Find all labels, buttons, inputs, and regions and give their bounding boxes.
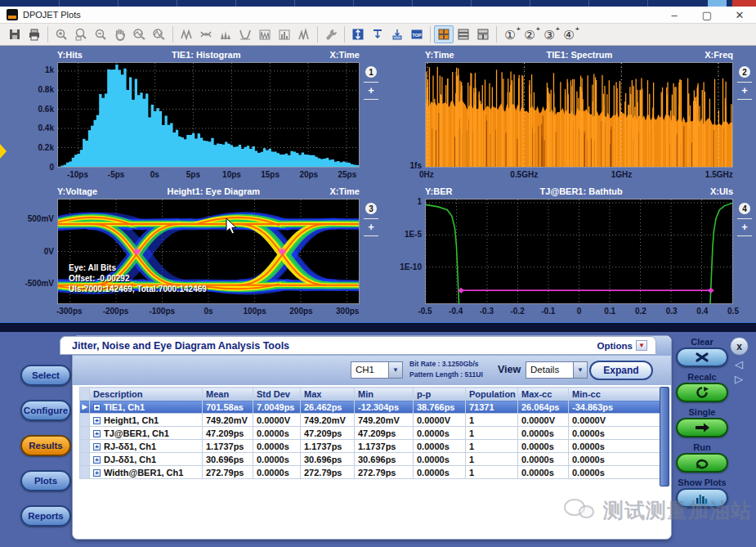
column-header[interactable]: Min [355,388,414,401]
cursor-a-icon[interactable] [130,25,150,43]
y-tick-label: 1 [386,197,422,206]
row-expander-icon[interactable]: + [93,469,101,477]
plot-badge-column: 1+ [362,66,380,104]
plot3-icon[interactable]: ③+ [539,25,559,43]
cursor-b-icon[interactable] [150,25,169,43]
waveform-plot-icon[interactable] [177,25,196,43]
window-edge-strip [0,322,756,332]
row-expander-icon[interactable]: + [93,430,101,437]
top-view-icon[interactable]: TOP [407,25,427,43]
column-header[interactable]: p-p [414,388,466,401]
plot-number-badge[interactable]: 1 [365,66,377,78]
column-header[interactable]: Std Dev [253,388,301,401]
table-row[interactable]: +RJ-δδ1, Ch11.1737ps0.0000s1.1737ps1.173… [80,440,660,453]
row-indicator [80,440,90,453]
zoom-box-icon[interactable] [71,25,91,43]
table-row[interactable]: +TJ@BER1, Ch147.209ps0.0000s47.209ps47.2… [80,427,660,440]
table-scrollbar[interactable] [660,387,669,486]
plot-zoom-plus-icon[interactable]: + [741,223,748,231]
row-expander-icon[interactable]: + [93,404,101,411]
plots-area: Y:HitsTIE1: HistogramX:Time-10ps-5ps0s5p… [0,46,756,322]
x-tick-label: 20ps [289,170,329,179]
view-select[interactable]: Details ▼ [526,361,588,379]
y-tick-label: 500mV [18,214,54,223]
pan-hand-icon[interactable] [110,25,130,43]
save-icon[interactable] [5,25,25,43]
print-icon[interactable] [25,25,44,43]
plot4-icon[interactable]: ④+ [559,25,579,43]
collapse-left-icon[interactable]: ◁ [735,358,743,370]
zoom-in-icon[interactable] [51,25,71,43]
single-button[interactable] [676,418,728,437]
plot2-icon[interactable]: ②+ [520,25,539,43]
close-icon[interactable]: ✕ [723,7,756,23]
eye-plot-icon[interactable] [196,25,216,43]
scope-minimize-icon[interactable] [708,0,727,7]
column-header[interactable]: Min-cc [569,388,660,401]
clear-button[interactable] [676,347,728,367]
maximize-icon[interactable]: ▢ [691,7,723,23]
column-header[interactable]: Mean [203,388,253,401]
measurement-value: 272.79ps [301,466,355,479]
column-header[interactable]: Description [90,388,203,401]
table-row[interactable]: ▶+TIE1, Ch1701.58as7.0049ps26.462ps-12.3… [80,401,660,414]
marker-top-icon[interactable] [368,25,387,43]
plot-number-badge[interactable]: 4 [739,203,750,214]
action-label-run: Run [693,442,710,453]
plot-zoom-plus-icon[interactable]: + [368,223,374,231]
row-expander-icon[interactable]: + [93,417,101,424]
column-header[interactable]: Max-cc [518,388,569,401]
measurement-value: 0.0000s [253,440,301,453]
marker-bottom-icon[interactable] [387,25,407,43]
measurement-value: 0.0000s [569,440,660,453]
wrench-icon[interactable] [321,25,341,43]
row-indicator-column [80,388,90,401]
minimize-icon[interactable]: – [658,7,691,23]
channel-select[interactable]: CH1 ▼ [351,361,403,379]
measurement-value: 749.20mV [355,414,414,427]
options-label[interactable]: Options [597,341,633,351]
nav-button-select[interactable]: Select [20,365,71,386]
nav-button-configure[interactable]: Configure [20,400,71,421]
fit-vertical-icon[interactable] [348,25,368,43]
peaks-plot-icon[interactable] [294,25,314,43]
scope-close-icon[interactable] [732,0,756,7]
analysis-panel: SelectConfigureResultsPlotsReports Jitte… [0,332,756,547]
nav-button-reports[interactable]: Reports [20,505,71,527]
measurement-value: 0.0000s [253,466,301,479]
table-row[interactable]: +Width@BER1, Ch1272.79ps0.0000s272.79ps2… [80,466,660,479]
row-expander-icon[interactable]: + [93,456,101,464]
run-button[interactable] [676,453,728,473]
nav-button-results[interactable]: Results [20,435,71,456]
layout-rows-icon[interactable] [454,25,473,43]
plot-number-badge[interactable]: 2 [739,66,750,78]
row-indicator [80,427,90,440]
expand-button[interactable]: Expand [589,361,653,380]
framed-bars-plot-icon[interactable] [275,25,294,43]
recalc-button[interactable] [676,383,728,402]
plot-number-badge[interactable]: 3 [365,203,377,214]
panel-close-icon[interactable]: x [730,337,749,356]
plot-zoom-plus-icon[interactable]: + [741,87,748,95]
view-dropdown-icon[interactable]: ▼ [574,361,588,379]
bathtub-plot-icon[interactable] [235,25,255,43]
layout-mixed-icon[interactable] [473,25,493,43]
plot1-icon[interactable]: ①+ [500,25,520,43]
column-header[interactable]: Max [301,388,355,401]
plot-zoom-plus-icon[interactable]: + [368,87,374,95]
plot-header: Y:BERTJ@BER1: BathtubX:UIs [425,186,733,196]
column-header[interactable]: Population [466,388,518,401]
histogram-plot-icon[interactable] [216,25,235,43]
measurement-value: 0.0000V [253,414,301,427]
options-dropdown-icon[interactable]: ▼ [636,340,647,351]
table-row[interactable]: +DJ-δδ1, Ch130.696ps0.0000s30.696ps30.69… [80,453,660,466]
zoom-out-icon[interactable] [91,25,110,43]
collapse-right-icon[interactable]: ▷ [735,373,743,385]
nav-button-plots[interactable]: Plots [20,470,71,491]
table-row[interactable]: +Height1, Ch1749.20mV0.0000V749.20mV749.… [80,414,660,427]
layout-grid-icon[interactable] [434,25,454,43]
channel-dropdown-icon[interactable]: ▼ [389,361,403,379]
row-expander-icon[interactable]: + [93,443,101,451]
spectrum-plot-icon[interactable] [255,25,275,43]
run-loop-icon [693,455,711,470]
